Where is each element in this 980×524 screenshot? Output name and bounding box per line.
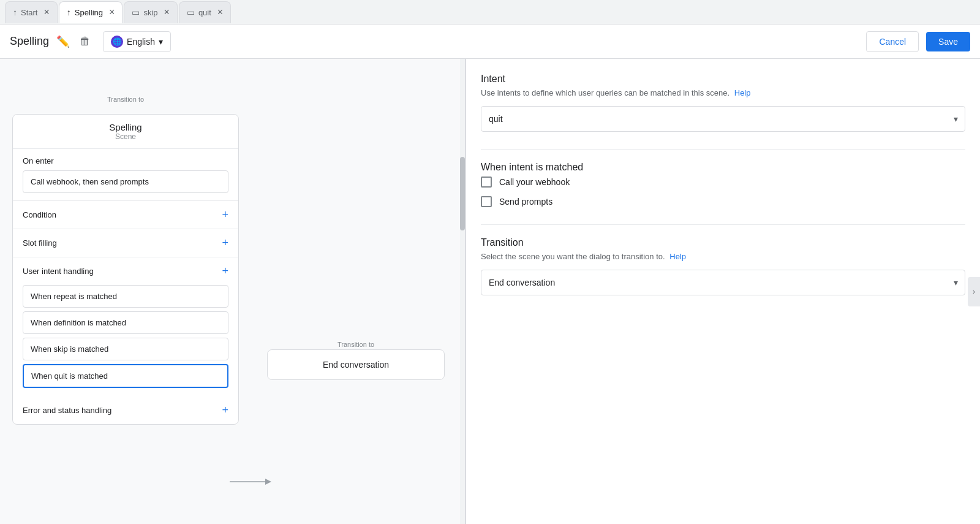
on-enter-content[interactable]: Call webhook, then send prompts <box>23 170 228 193</box>
end-conv-transition-label: Transition to <box>267 341 445 348</box>
skip-tab-icon: ▭ <box>132 7 140 17</box>
quit-tab-icon: ▭ <box>187 7 195 17</box>
condition-add-icon[interactable]: + <box>222 208 228 221</box>
slot-filling-add-icon[interactable]: + <box>222 237 228 249</box>
condition-label: Condition <box>23 210 222 219</box>
tab-bar: ↑ Start × ↑ Spelling × ▭ skip × ▭ quit × <box>0 0 980 25</box>
main-content: Transition to Spelling Scene On enter Ca… <box>0 59 980 524</box>
lang-dropdown-icon: ▾ <box>159 37 163 47</box>
language-button[interactable]: 🌐 English ▾ <box>103 31 171 52</box>
scene-container: Transition to Spelling Scene On enter Ca… <box>12 96 239 425</box>
when-matched-section: When intent is matched Call your webhook… <box>481 162 965 207</box>
on-enter-header: On enter <box>13 149 238 168</box>
transition-panel-desc: Select the scene you want the dialog to … <box>481 252 965 261</box>
globe-icon: 🌐 <box>111 36 123 48</box>
call-webhook-row: Call your webhook <box>481 177 965 188</box>
transition-panel-section: Transition Select the scene you want the… <box>481 237 965 295</box>
intent-panel-desc: Use intents to define which user queries… <box>481 88 965 97</box>
intent-item-0[interactable]: When repeat is matched <box>23 285 228 308</box>
intent-help-link[interactable]: Help <box>734 88 751 97</box>
tab-skip-close[interactable]: × <box>164 7 170 18</box>
divider-2 <box>481 224 965 225</box>
svg-marker-3 <box>265 479 271 485</box>
send-prompts-row: Send prompts <box>481 196 965 207</box>
tab-spelling-label: Spelling <box>75 8 103 17</box>
intent-select-wrapper: quit skip repeat definition ▾ <box>481 106 965 132</box>
tab-quit-close[interactable]: × <box>217 7 223 18</box>
header-actions: Cancel Save <box>866 31 970 52</box>
transition-select[interactable]: End conversation Spelling Start <box>481 270 965 295</box>
transition-help-link[interactable]: Help <box>669 252 686 261</box>
panel-collapse-button[interactable]: › <box>968 277 980 306</box>
intent-panel-title: Intent <box>481 74 965 85</box>
send-prompts-checkbox[interactable] <box>481 196 492 207</box>
scroll-thumb[interactable] <box>460 157 465 230</box>
intent-item-2[interactable]: When skip is matched <box>23 338 228 360</box>
header: Spelling ✏️ 🗑 🌐 English ▾ Cancel Save <box>0 25 980 59</box>
call-webhook-label: Call your webhook <box>499 177 570 187</box>
transition-select-wrapper: End conversation Spelling Start ▾ <box>481 270 965 295</box>
send-prompts-label: Send prompts <box>499 197 552 207</box>
chevron-right-icon: › <box>973 287 975 296</box>
end-conversation-card[interactable]: End conversation <box>267 349 445 380</box>
slot-filling-row[interactable]: Slot filling + <box>13 229 238 257</box>
intent-panel-section: Intent Use intents to define which user … <box>481 74 965 132</box>
canvas-scrollbar[interactable] <box>460 59 465 524</box>
tab-spelling-close[interactable]: × <box>109 7 115 18</box>
error-handling-label: Error and status handling <box>23 406 222 415</box>
user-intent-add-icon[interactable]: + <box>222 265 228 278</box>
tab-skip-label: skip <box>143 8 157 17</box>
user-intent-row[interactable]: User intent handling + <box>13 257 238 285</box>
language-label: English <box>127 37 155 47</box>
spelling-tab-icon: ↑ <box>67 7 71 17</box>
start-tab-icon: ↑ <box>13 7 17 17</box>
transition-to-label: Transition to <box>12 96 239 103</box>
cancel-button[interactable]: Cancel <box>866 31 919 52</box>
error-handling-row[interactable]: Error and status handling + <box>13 397 238 424</box>
intent-item-3[interactable]: When quit is matched <box>23 364 228 388</box>
tab-start-close[interactable]: × <box>43 7 49 18</box>
intent-item-1[interactable]: When definition is matched <box>23 311 228 334</box>
save-button[interactable]: Save <box>926 32 970 51</box>
user-intent-label: User intent handling <box>23 267 222 276</box>
canvas-panel: Transition to Spelling Scene On enter Ca… <box>0 59 466 524</box>
tab-quit-label: quit <box>198 8 211 17</box>
page-title: Spelling <box>10 35 49 48</box>
scene-subtitle: Scene <box>20 132 231 141</box>
tab-spelling[interactable]: ↑ Spelling × <box>59 1 123 23</box>
slot-filling-label: Slot filling <box>23 238 222 248</box>
intent-items: When repeat is matched When definition i… <box>13 285 238 397</box>
delete-icon[interactable]: 🗑 <box>77 32 93 50</box>
tab-start-label: Start <box>21 8 37 17</box>
on-enter-section: On enter Call webhook, then send prompts <box>13 149 238 201</box>
condition-row[interactable]: Condition + <box>13 201 238 229</box>
end-conversation-container: Transition to End conversation <box>267 341 445 380</box>
tab-skip[interactable]: ▭ skip × <box>124 1 177 23</box>
intent-select[interactable]: quit skip repeat definition <box>481 106 965 132</box>
call-webhook-checkbox[interactable] <box>481 177 492 188</box>
scene-name: Spelling <box>20 122 231 132</box>
tab-quit[interactable]: ▭ quit × <box>179 1 231 23</box>
edit-icon[interactable]: ✏️ <box>54 32 72 51</box>
tab-start[interactable]: ↑ Start × <box>5 1 58 23</box>
right-panel: › Intent Use intents to define which use… <box>466 59 980 524</box>
transition-panel-title: Transition <box>481 237 965 248</box>
scene-box: Spelling Scene On enter Call webhook, th… <box>12 114 239 425</box>
divider-1 <box>481 149 965 150</box>
when-matched-title: When intent is matched <box>481 162 965 173</box>
error-handling-add-icon[interactable]: + <box>222 404 228 417</box>
scene-header: Spelling Scene <box>13 115 238 149</box>
